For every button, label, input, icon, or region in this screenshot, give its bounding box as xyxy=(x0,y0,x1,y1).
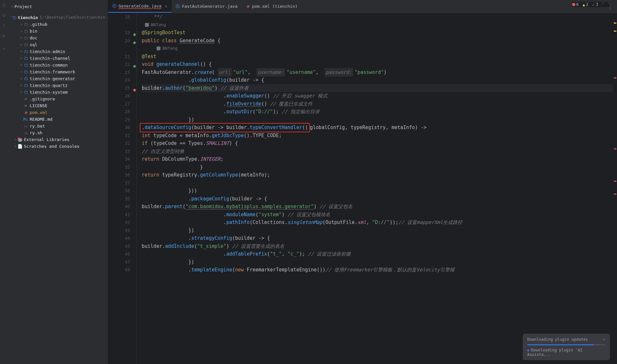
tree-item[interactable]: M↓README.md xyxy=(8,116,108,123)
gutter-row: 47 xyxy=(108,258,130,266)
code-line[interactable]: @SpringBootTest xyxy=(142,29,613,37)
code-line[interactable]: builder.parent("com.baomidou.mybatisplus… xyxy=(142,203,613,211)
error-stripe[interactable] xyxy=(613,13,617,364)
code-line[interactable]: .dataSourceConfig(builder -> builder.typ… xyxy=(142,124,613,132)
close-icon[interactable]: × xyxy=(165,4,167,9)
insp-up-icon[interactable]: ˄ xyxy=(602,2,604,7)
gutter-row: 41 xyxy=(108,211,130,219)
editor-tab[interactable]: mpom.xml (tienchin) xyxy=(242,0,302,13)
inspection-widget[interactable]: 6 ▲2 ✓3 ˄ ˅ xyxy=(572,2,610,7)
more-tool-icon[interactable]: … xyxy=(1,45,6,50)
code-line[interactable]: }) xyxy=(142,227,613,235)
code-line[interactable]: .pathInfo(Collections.singletonMap(Outpu… xyxy=(142,218,613,227)
bookmark-tool-icon[interactable]: ◻ xyxy=(1,33,6,38)
tree-item[interactable]: >🗀sql xyxy=(8,41,108,48)
code-line[interactable]: .outputDir("D://"); // 指定输出目录 xyxy=(142,108,613,116)
structure-tool-icon[interactable]: ⁝ xyxy=(1,23,6,28)
tree-item[interactable]: >🗀tienchin-system xyxy=(8,89,108,96)
ok-indicator-icon: ✓ xyxy=(592,2,595,7)
code-line[interactable]: .fileOverride() // 覆盖已生成文件 xyxy=(142,100,613,108)
code-line[interactable]: if (typeCode == Types.SMALLINT) { xyxy=(142,139,613,147)
code-line[interactable]: void generateChannel() { xyxy=(142,60,613,68)
code-line[interactable]: })) xyxy=(142,187,613,195)
tree-item[interactable]: ▭ry.sh xyxy=(8,129,108,136)
code-line[interactable]: builder.author("baomidou") // 设置作者 xyxy=(142,84,613,92)
gutter-row: 30 xyxy=(108,124,130,132)
tree-item[interactable]: ⊘.gitignore xyxy=(8,96,108,102)
gutter-row: 44 xyxy=(108,234,130,242)
class-icon: Ⓒ xyxy=(112,4,117,8)
code-line[interactable]: **/ xyxy=(142,13,613,21)
progress-bar xyxy=(527,344,605,345)
commit-tool-icon[interactable]: ○ xyxy=(1,12,6,17)
tree-item[interactable]: >🗀tienchin-channel xyxy=(8,55,108,62)
tree-item[interactable]: >🗀tienchin-framework xyxy=(8,68,108,75)
gutter-row: 31 xyxy=(108,132,130,140)
code-line[interactable]: // 自定义类型转换 xyxy=(142,147,613,156)
gutter-row: 36 xyxy=(108,171,130,179)
warning-indicator-icon: ▲ xyxy=(582,2,585,7)
code-line[interactable]: .templateEngine(new FreemarkerTemplateEn… xyxy=(142,266,613,274)
code-line[interactable]: BNTang xyxy=(142,21,613,29)
project-panel: ▾ Project ˅🗀tienchinE:\Desktop\TienChin\… xyxy=(8,0,108,364)
tree-item[interactable]: >🗀tienchin-generator xyxy=(8,75,108,82)
code-line[interactable]: @Test xyxy=(142,53,613,61)
code-line[interactable]: return DbColumnType.INTEGER; xyxy=(142,155,613,163)
editor-tab[interactable]: ⒸFastAutoGenerator.java xyxy=(172,0,242,13)
code-line[interactable]: BNTang xyxy=(142,45,613,53)
code-line[interactable]: return typeRegistry.getColumnType(metaIn… xyxy=(142,171,613,179)
class-icon: Ⓒ xyxy=(176,4,180,9)
code-line[interactable]: .globalConfig(builder -> { xyxy=(142,76,613,84)
gutter-row: 24 xyxy=(108,76,130,84)
code-area[interactable]: **/BNTang@SpringBootTestpublic class Gen… xyxy=(133,13,613,364)
background-tasks-popup[interactable]: Downloading plugin updates ✕ Downloading… xyxy=(523,334,610,360)
tree-item[interactable]: >🗀bin xyxy=(8,28,108,35)
editor-tab[interactable]: ⒸGenerateCode.java× xyxy=(108,0,172,13)
gutter-row: 32 xyxy=(108,139,130,147)
code-line[interactable]: public class GenerateCode { xyxy=(142,37,613,45)
insp-down-icon[interactable]: ˅ xyxy=(608,2,610,7)
close-icon[interactable]: ✕ xyxy=(603,337,605,342)
tree-item[interactable]: mpom.xml xyxy=(8,109,108,116)
tree-item[interactable]: >📄Scratches and Consoles xyxy=(8,143,108,150)
code-line[interactable]: .packageConfig(builder -> { xyxy=(142,195,613,203)
gutter-row: 35 xyxy=(108,163,130,171)
editor-tabs: ⒸGenerateCode.java×ⒸFastAutoGenerator.ja… xyxy=(108,0,617,13)
error-indicator-icon xyxy=(572,3,575,6)
project-tree: ˅🗀tienchinE:\Desktop\TienChin\tienchin>🗀… xyxy=(8,13,108,151)
code-line[interactable]: .moduleName("system") // 设置父包模块名 xyxy=(142,211,613,219)
code-line[interactable]: builder.addInclude("t_simple") // 设置需要生成… xyxy=(142,242,613,250)
gutter-row: 22◉ xyxy=(108,60,130,68)
gutter-row: 46 xyxy=(108,250,130,258)
gutter-row: 25● xyxy=(108,84,130,92)
project-title: Project xyxy=(15,4,32,9)
code-line[interactable]: FastAutoGenerator.create( url: "url", us… xyxy=(142,68,613,76)
code-line[interactable]: int typeCode = metaInfo.getJdbcType().TY… xyxy=(142,132,613,140)
gutter-row: 26 xyxy=(108,92,130,100)
code-line[interactable]: }) xyxy=(142,258,613,266)
code-line[interactable] xyxy=(142,179,613,187)
tree-item[interactable]: >🗀doc xyxy=(8,35,108,41)
tree-item[interactable]: ≡LICENSE xyxy=(8,102,108,109)
tree-root[interactable]: ˅🗀tienchinE:\Desktop\TienChin\tienchin xyxy=(8,14,108,21)
tree-item[interactable]: >🗀tienchin-quartz xyxy=(8,82,108,89)
code-line[interactable]: } xyxy=(142,163,613,171)
gutter: 1819◉20◉2122◉232425●26272829303132333435… xyxy=(108,13,133,364)
code-line[interactable]: .strategyConfig(builder -> { xyxy=(142,234,613,242)
editor-body: 1819◉20◉2122◉232425●26272829303132333435… xyxy=(108,13,617,364)
tree-item[interactable]: ▭ry.bat xyxy=(8,123,108,129)
code-line[interactable]: .enableSwagger() // 开启 swagger 模式 xyxy=(142,92,613,100)
gutter-row: 38 xyxy=(108,187,130,195)
tree-item[interactable]: >📚External Libraries xyxy=(8,136,108,143)
project-tool-icon[interactable]: ▢ xyxy=(1,2,6,7)
tree-item[interactable]: >🗀tienchin-admin xyxy=(8,48,108,55)
code-line[interactable]: }) xyxy=(142,116,613,124)
tree-item[interactable]: >🗀tienchin-common xyxy=(8,62,108,68)
project-header[interactable]: ▾ Project xyxy=(8,0,108,13)
tab-label: pom.xml (tienchin) xyxy=(252,4,298,9)
maven-icon: m xyxy=(246,4,250,9)
code-line[interactable]: .addTablePrefix("t_", "c_"); // 设置过滤表前缀 xyxy=(142,250,613,258)
tab-label: GenerateCode.java xyxy=(118,4,161,8)
gutter-row xyxy=(108,21,130,29)
tree-item[interactable]: >🗀.github xyxy=(8,21,108,28)
